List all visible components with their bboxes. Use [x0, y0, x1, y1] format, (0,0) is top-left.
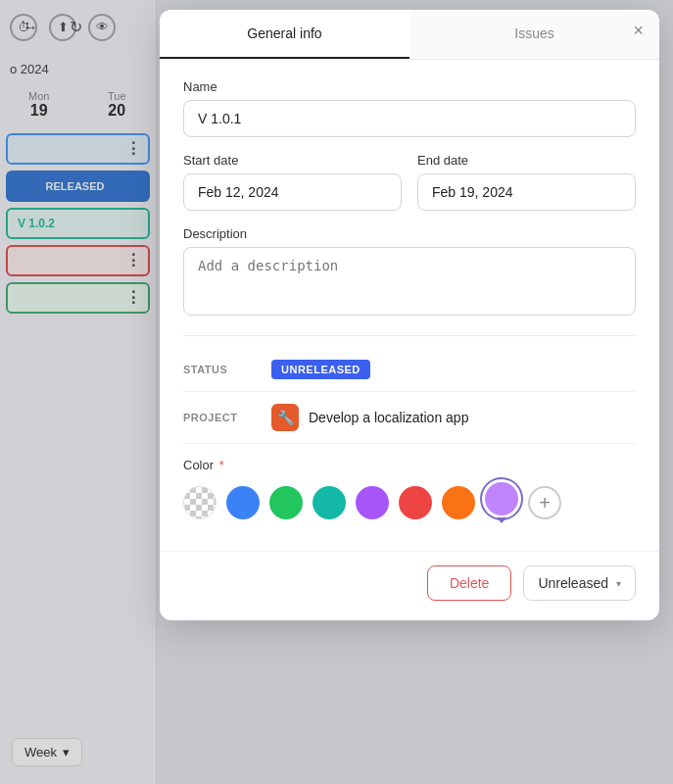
date-row: Start date End date: [183, 153, 636, 211]
color-swatch-red[interactable]: [399, 486, 432, 519]
modal-tabs: General info Issues: [160, 10, 659, 60]
end-date-input[interactable]: [417, 173, 636, 211]
color-label: Color *: [183, 458, 636, 472]
start-date-label: Start date: [183, 153, 402, 168]
start-date-input[interactable]: [183, 173, 402, 211]
description-label: Description: [183, 226, 636, 241]
status-row: STATUS UNRELEASED: [183, 348, 636, 392]
name-field: Name: [183, 79, 636, 137]
selected-triangle-icon: [497, 517, 506, 523]
modal-dialog: General info Issues × Name Start date En…: [160, 10, 659, 620]
status-badge: UNRELEASED: [271, 360, 370, 379]
color-swatch-blue[interactable]: [226, 486, 260, 519]
name-input[interactable]: [183, 100, 636, 137]
modal-footer: Delete Unreleased ▾: [160, 551, 659, 620]
end-date-field: End date: [417, 153, 636, 211]
color-swatches: +: [183, 482, 636, 523]
color-add-button[interactable]: +: [528, 486, 561, 519]
close-button[interactable]: ×: [633, 22, 644, 39]
color-swatch-green[interactable]: [269, 486, 303, 519]
color-swatch-orange[interactable]: [442, 486, 475, 519]
project-value: 🔧 Develop a localization app: [271, 404, 636, 431]
tab-issues[interactable]: Issues: [409, 10, 659, 59]
color-section: Color * +: [183, 444, 636, 531]
end-date-label: End date: [417, 153, 636, 168]
color-swatch-teal[interactable]: [312, 486, 346, 519]
divider-1: [183, 335, 636, 336]
delete-button[interactable]: Delete: [427, 565, 511, 601]
color-required-star: *: [219, 458, 224, 472]
color-swatch-purple[interactable]: [356, 486, 389, 519]
color-swatch-selected-container: [485, 482, 518, 523]
description-input[interactable]: [183, 247, 636, 316]
color-swatch-none[interactable]: [183, 486, 216, 519]
start-date-field: Start date: [183, 153, 402, 211]
tab-general-info[interactable]: General info: [160, 10, 409, 59]
color-swatch-light-purple[interactable]: [485, 482, 518, 515]
name-label: Name: [183, 79, 636, 94]
status-value: UNRELEASED: [271, 360, 636, 379]
project-icon: 🔧: [271, 404, 299, 431]
color-label-text: Color: [183, 458, 214, 472]
description-field: Description: [183, 226, 636, 319]
status-label: STATUS: [183, 364, 271, 375]
status-dropdown-label: Unreleased: [538, 575, 608, 591]
project-name: Develop a localization app: [309, 410, 468, 425]
status-dropdown-button[interactable]: Unreleased ▾: [523, 565, 636, 601]
project-label: PROJECT: [183, 412, 271, 423]
chevron-down-icon: ▾: [616, 578, 621, 589]
modal-body: Name Start date End date Description STA…: [160, 60, 659, 551]
project-row: PROJECT 🔧 Develop a localization app: [183, 392, 636, 444]
